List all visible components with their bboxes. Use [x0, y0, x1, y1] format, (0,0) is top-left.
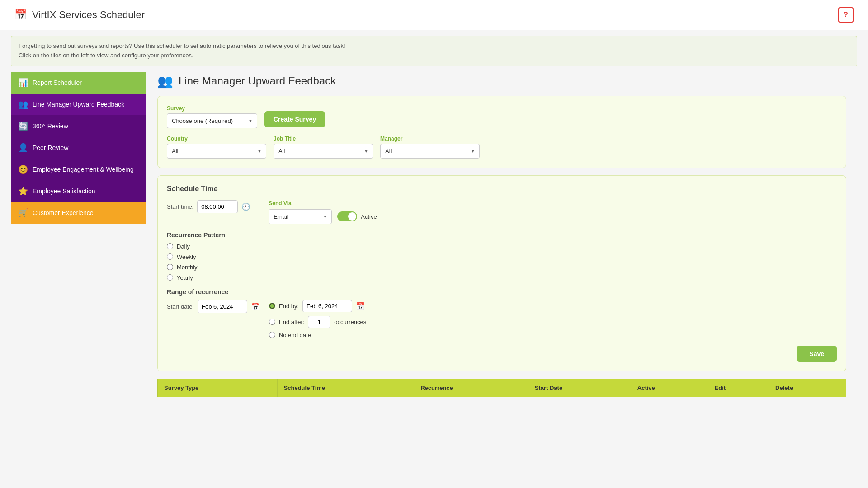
help-button[interactable]: ? [838, 7, 854, 23]
send-via-select[interactable]: Email [269, 209, 332, 224]
recurrence-weekly[interactable]: Weekly [167, 253, 837, 260]
manager-label: Manager [380, 136, 480, 142]
recurrence-weekly-radio[interactable] [167, 253, 173, 260]
table-wrap: Survey Type Schedule Time Recurrence Sta… [157, 379, 846, 397]
manager-field-group: Manager All [380, 136, 480, 159]
start-time-input[interactable] [197, 200, 238, 213]
country-select[interactable]: All [167, 144, 266, 159]
recurrence-weekly-label: Weekly [177, 253, 196, 260]
recurrence-daily-radio[interactable] [167, 243, 173, 249]
filters-row: Country All Job Title All [167, 136, 837, 159]
active-label: Active [361, 213, 377, 220]
start-time-group: Start time: 🕗 [167, 200, 250, 213]
col-start-date: Start Date [528, 379, 631, 397]
sidebar-item-employee-satisfaction[interactable]: ⭐ Employee Satisfaction [11, 180, 146, 202]
send-via-group: Send Via Email Active [269, 200, 377, 224]
table-header: Survey Type Schedule Time Recurrence Sta… [158, 379, 846, 397]
survey-select-wrapper: Choose one (Required) [167, 113, 257, 128]
col-recurrence: Recurrence [414, 379, 528, 397]
occurrences-label: occurrences [334, 319, 366, 325]
toggle-wrap: Active [337, 211, 377, 221]
col-survey-type: Survey Type [158, 379, 278, 397]
end-after-label: End after: [279, 319, 304, 325]
sidebar-item-label: 360° Review [33, 122, 68, 130]
save-row: Save [167, 346, 837, 362]
end-by-label: End by: [279, 303, 299, 310]
app-title: VirtIX Services Scheduler [32, 9, 145, 21]
recurrence-daily-label: Daily [177, 243, 190, 250]
end-by-input[interactable] [302, 300, 352, 312]
send-via-select-wrapper: Email [269, 209, 332, 224]
start-time-label: Start time: [167, 203, 193, 210]
start-date-calendar-icon[interactable]: 📅 [251, 302, 260, 311]
survey-row: Survey Choose one (Required) Create Surv… [167, 105, 837, 128]
col-edit: Edit [708, 379, 769, 397]
recurrence-pattern-group: Daily Weekly Monthly Yearly [167, 243, 837, 281]
recurrence-yearly-label: Yearly [177, 274, 193, 281]
start-date-label: Start date: [167, 303, 194, 310]
range-title: Range of recurrence [167, 288, 837, 296]
info-banner: Forgetting to send out surveys and repor… [11, 36, 857, 66]
content-header: 👥 Line Manager Upward Feedback [157, 74, 846, 89]
end-after-radio[interactable] [269, 319, 275, 325]
job-title-select-wrapper: All [274, 144, 373, 159]
end-by-radio[interactable] [269, 303, 275, 309]
sidebar-item-customer-experience[interactable]: 🛒 Customer Experience [11, 202, 146, 224]
start-date-input[interactable] [198, 300, 247, 313]
recurrence-monthly-radio[interactable] [167, 264, 173, 270]
col-active: Active [631, 379, 708, 397]
country-label: Country [167, 136, 266, 142]
send-via-label: Send Via [269, 200, 377, 206]
end-options-group: End by: 📅 End after: occurrences No end … [269, 300, 366, 338]
sidebar-item-employee-engagement[interactable]: 😊 Employee Engagement & Wellbeing [11, 159, 146, 180]
sidebar-item-label: Report Scheduler [33, 79, 82, 86]
peer-review-icon: 👤 [18, 143, 28, 153]
recurrence-monthly[interactable]: Monthly [167, 264, 837, 271]
content-area: 👥 Line Manager Upward Feedback Survey Ch… [146, 72, 857, 408]
sidebar-item-label: Employee Engagement & Wellbeing [33, 166, 134, 173]
start-date-group: Start date: 📅 [167, 300, 260, 313]
schedule-table: Survey Type Schedule Time Recurrence Sta… [157, 379, 846, 397]
recurrence-yearly[interactable]: Yearly [167, 274, 837, 281]
table-header-row: Survey Type Schedule Time Recurrence Sta… [158, 379, 846, 397]
employee-engagement-icon: 😊 [18, 164, 28, 174]
country-field-group: Country All [167, 136, 266, 159]
app-header: 📅 VirtIX Services Scheduler ? [0, 0, 868, 30]
report-scheduler-icon: 📊 [18, 78, 28, 88]
360-review-icon: 🔄 [18, 121, 28, 131]
end-date-calendar-icon[interactable]: 📅 [356, 302, 365, 310]
col-delete: Delete [769, 379, 846, 397]
recurrence-monthly-label: Monthly [177, 264, 198, 271]
sidebar-item-peer-review[interactable]: 👤 Peer Review [11, 137, 146, 159]
main-layout: 📊 Report Scheduler 👥 Line Manager Upward… [0, 72, 868, 408]
sidebar-item-label: Employee Satisfaction [33, 188, 95, 195]
info-line1: Forgetting to send out surveys and repor… [19, 42, 849, 51]
country-select-wrapper: All [167, 144, 266, 159]
schedule-title: Schedule Time [167, 185, 837, 193]
job-title-label: Job Title [274, 136, 373, 142]
sidebar-item-line-manager[interactable]: 👥 Line Manager Upward Feedback [11, 94, 146, 115]
recurrence-yearly-radio[interactable] [167, 274, 173, 281]
manager-select[interactable]: All [380, 144, 480, 159]
schedule-card: Schedule Time Start time: 🕗 Send Via Ema… [157, 175, 846, 371]
content-header-icon: 👥 [157, 74, 173, 89]
save-button[interactable]: Save [797, 346, 837, 362]
active-toggle[interactable] [337, 211, 357, 221]
survey-label: Survey [167, 105, 257, 112]
manager-select-wrapper: All [380, 144, 480, 159]
occurrences-input[interactable] [308, 316, 330, 328]
no-end-date-option: No end date [269, 332, 366, 338]
survey-card: Survey Choose one (Required) Create Surv… [157, 96, 846, 168]
sidebar-item-label: Customer Experience [33, 209, 94, 216]
sidebar-item-360-review[interactable]: 🔄 360° Review [11, 115, 146, 137]
title-area: 📅 VirtIX Services Scheduler [14, 9, 145, 21]
no-end-date-radio[interactable] [269, 332, 275, 338]
create-survey-button[interactable]: Create Survey [264, 111, 325, 127]
sidebar-item-report-scheduler[interactable]: 📊 Report Scheduler [11, 72, 146, 94]
send-via-row: Email Active [269, 209, 377, 224]
sidebar: 📊 Report Scheduler 👥 Line Manager Upward… [11, 72, 146, 408]
end-after-option: End after: occurrences [269, 316, 366, 328]
recurrence-daily[interactable]: Daily [167, 243, 837, 250]
survey-select[interactable]: Choose one (Required) [167, 113, 257, 128]
job-title-select[interactable]: All [274, 144, 373, 159]
